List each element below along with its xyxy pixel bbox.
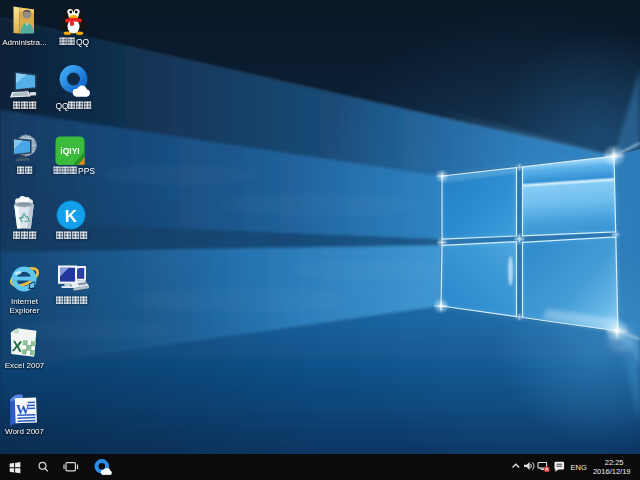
svg-text:QQ: QQ	[76, 37, 90, 47]
svg-text:2016/12/19: 2016/12/19	[593, 467, 631, 476]
svg-text:K: K	[65, 207, 78, 226]
svg-text:iQIYI: iQIYI	[60, 146, 79, 156]
svg-text:PPS: PPS	[78, 166, 95, 176]
svg-text:ENG: ENG	[571, 463, 587, 472]
svg-text:QQ: QQ	[56, 101, 70, 111]
svg-text:X: X	[11, 337, 22, 355]
